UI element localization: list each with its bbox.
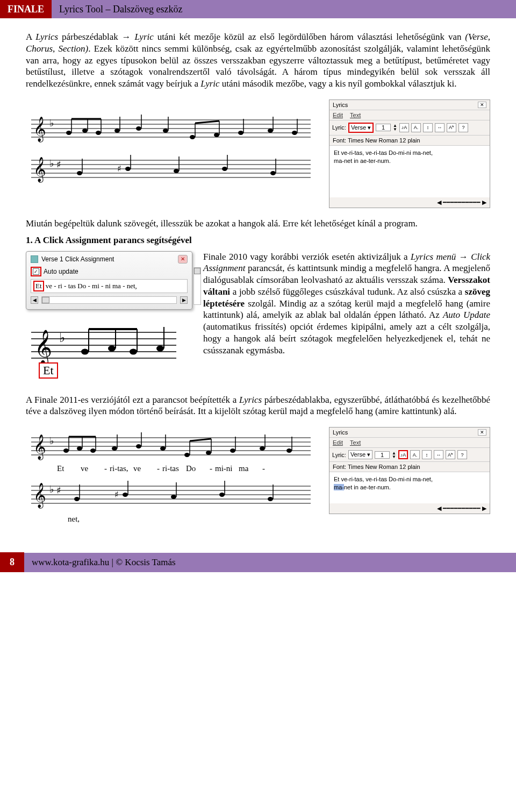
lyric-type-select[interactable]: Verse ▾ — [348, 450, 372, 459]
svg-point-24 — [268, 129, 273, 133]
lyric-type-select[interactable]: Verse ▾ — [348, 123, 374, 133]
lyrics-textarea[interactable]: Et ve-ri-tas, ve-ri-tas Do-mi-ni ma-net,… — [329, 472, 490, 503]
svg-text:♭: ♭ — [59, 331, 65, 345]
svg-point-43 — [270, 171, 276, 175]
lyrics-window-2: Lyrics ✕ Edit Text Lyric: Verse ▾ 1 ▲▼ ♪… — [329, 427, 490, 514]
svg-point-16 — [82, 129, 88, 133]
lyric-label: Lyric: — [332, 452, 346, 458]
toolbar-button-e[interactable]: Aʰ — [446, 450, 455, 459]
vertical-slider[interactable] — [194, 267, 201, 305]
lyrics-scrollbar[interactable]: ◀ ━━━━━━━━━━ ▶ — [329, 197, 490, 208]
paragraph-3: Finale 2010 vagy korábbi verziók esetén … — [203, 251, 490, 378]
svg-point-15 — [66, 131, 71, 135]
svg-point-84 — [112, 446, 117, 451]
slider-thumb[interactable] — [42, 297, 49, 303]
svg-point-83 — [90, 448, 96, 453]
lyrics-window: Lyrics ✕ Edit Text Lyric: Verse ▾ 1 ▲▼ ♪… — [329, 99, 490, 208]
svg-point-57 — [81, 348, 89, 354]
paragraph-1: A Lyrics párbeszédablak → Lyric utáni ké… — [26, 31, 490, 90]
svg-line-104 — [190, 439, 211, 441]
toolbar-button-a[interactable]: ♪A — [399, 123, 409, 132]
lyrics-window-title: Lyrics — [333, 102, 348, 108]
lyric-number-stepper[interactable]: ▲▼ — [392, 451, 396, 459]
music-staff-1: 𝄞 ♭ 𝄞 ♭ ♯ ♯ — [26, 109, 321, 141]
score-row-2: 𝄞♭ 𝄞♭♯ ♯ Etve-ri-tas,ve-ri-tasDo-mi-nima… — [26, 427, 490, 524]
svg-point-39 — [77, 171, 82, 175]
svg-point-82 — [77, 446, 82, 451]
lyrics-window-title: Lyrics — [333, 429, 348, 436]
auto-update-label: Auto update — [44, 268, 78, 275]
finale-icon — [31, 255, 38, 263]
svg-text:𝄞: 𝄞 — [33, 157, 46, 183]
menu-text[interactable]: Text — [350, 439, 361, 446]
svg-point-105 — [74, 497, 80, 501]
toolbar-button-assign[interactable]: ♪A — [398, 450, 408, 459]
svg-point-41 — [174, 169, 179, 173]
auto-update-highlight: ✓ — [31, 267, 41, 276]
toolbar-button-c[interactable]: ↕ — [423, 123, 433, 132]
vslider-thumb[interactable] — [194, 268, 200, 274]
horizontal-slider[interactable]: ◀ ▶ — [31, 296, 188, 304]
svg-text:𝄞: 𝄞 — [33, 483, 46, 509]
click-assignment-column: Verse 1 Click Assignment ✕ ✓ Auto update… — [26, 251, 192, 383]
menu-edit[interactable]: Edit — [333, 439, 343, 446]
close-icon[interactable]: ✕ — [478, 102, 486, 108]
et-syllable-label: Et — [39, 362, 58, 379]
toolbar-button-b[interactable]: A. — [411, 123, 421, 132]
svg-text:♭: ♭ — [49, 158, 54, 169]
svg-point-106 — [123, 493, 128, 497]
font-label: Font: — [333, 137, 346, 144]
svg-text:♯: ♯ — [117, 164, 121, 173]
toolbar-button-c[interactable]: ↕ — [422, 450, 432, 459]
slider-left-icon[interactable]: ◀ — [31, 296, 38, 304]
menu-text[interactable]: Text — [350, 112, 361, 118]
score-row-1: 𝄞 ♭ 𝄞 ♭ ♯ ♯ Lyrics ✕ E — [26, 99, 490, 208]
selected-syllable: ma- — [334, 484, 344, 490]
toolbar-button-d[interactable]: ↔ — [435, 123, 445, 132]
svg-point-59 — [130, 348, 137, 354]
lyric-number-stepper[interactable]: ▲▼ — [393, 124, 397, 131]
lyric-number-input[interactable]: 1 — [376, 124, 391, 131]
svg-point-42 — [222, 167, 227, 171]
toolbar-button-d[interactable]: ↔ — [434, 450, 443, 459]
svg-point-109 — [268, 497, 273, 501]
svg-text:♭: ♭ — [49, 118, 54, 129]
svg-point-21 — [190, 135, 195, 139]
svg-text:♭: ♭ — [49, 484, 54, 495]
syllable-highlight: Et — [33, 281, 44, 291]
staff-svg: 𝄞 ♭ 𝄞 ♭ ♯ ♯ — [26, 109, 316, 190]
toolbar-button-b[interactable]: A. — [410, 450, 420, 459]
section-heading-1: 1. A Click Assignment parancs segítségév… — [26, 235, 490, 246]
lyric-number-input[interactable]: 1 — [375, 451, 390, 459]
svg-point-17 — [96, 131, 101, 135]
auto-update-checkbox[interactable]: ✓ — [33, 268, 39, 275]
menu-edit[interactable]: Edit — [333, 112, 343, 118]
svg-point-18 — [114, 129, 120, 133]
header-right: Lyrics Tool – Dalszöveg eszköz — [52, 0, 190, 18]
svg-point-108 — [219, 493, 225, 497]
svg-point-85 — [136, 444, 141, 448]
paragraph-4: A Finale 2011-es verziójától ezt a paran… — [26, 394, 490, 418]
font-value: Times New Roman 12 plain — [348, 137, 420, 144]
footer-text: www.kota-grafika.hu | © Kocsis Tamás — [24, 553, 516, 572]
svg-point-87 — [184, 453, 190, 457]
svg-text:♯: ♯ — [56, 485, 61, 496]
slider-right-icon[interactable]: ▶ — [180, 296, 188, 304]
close-icon[interactable]: ✕ — [478, 429, 486, 436]
svg-point-89 — [230, 448, 235, 453]
lyric-label: Lyric: — [332, 124, 346, 131]
toolbar-help-icon[interactable]: ? — [457, 450, 467, 459]
lyrics-scrollbar[interactable]: ◀ ━━━━━━━━━━ ▶ — [329, 503, 490, 514]
click-staff: 𝄞 ♭ Et — [26, 322, 192, 383]
close-icon[interactable]: ✕ — [178, 255, 188, 263]
toolbar-button-e[interactable]: Aʰ — [447, 123, 456, 132]
toolbar-help-icon[interactable]: ? — [458, 123, 468, 132]
click-lyric-display: Et ve - ri - tas Do - mi - ni ma - net, — [31, 279, 188, 293]
page-number: 8 — [0, 552, 24, 572]
svg-point-20 — [163, 129, 168, 133]
svg-point-22 — [214, 133, 219, 137]
svg-text:𝄞: 𝄞 — [34, 330, 52, 366]
font-label: Font: — [333, 464, 346, 470]
svg-point-86 — [160, 446, 166, 451]
lyrics-textarea[interactable]: Et ve-ri-tas, ve-ri-tas Do-mi-ni ma-net,… — [329, 146, 490, 197]
